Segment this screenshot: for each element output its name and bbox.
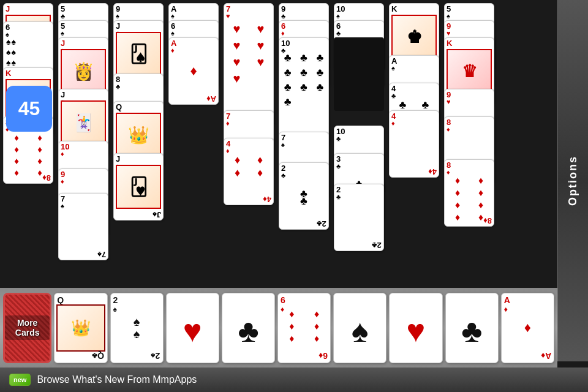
- card-ad[interactable]: A♦ ♦ A♦: [168, 37, 219, 105]
- card-j-c3[interactable]: J♠ 🂻 J♠: [113, 153, 164, 221]
- tray-card-6d[interactable]: 6♦ ♦♦♦♦♦♦ 6♦: [277, 293, 331, 363]
- tray-card-heart-2[interactable]: ♥: [389, 293, 442, 363]
- bottom-tray: More Cards Q♣ 👑 Q♣ 2♠ ♠ ♠ 2♠ ♥ ♣ 6♦ ♦♦♦♦…: [0, 288, 557, 368]
- score-badge: 45: [6, 86, 52, 132]
- tray-card-club-2[interactable]: ♣: [445, 293, 499, 363]
- card-7h[interactable]: 7♥ ♥♥♥♥♥♥♥ 7♥: [224, 3, 274, 126]
- card-column-7: 10♠ 10♠ 6♣ 6♣ 10♣ 10♣ 3♣ ♣ 3♣ 2♣ 2♣: [334, 3, 386, 260]
- tray-card-spade[interactable]: ♠: [333, 293, 386, 363]
- card-column-3: 9♠ 9♠ J♣ 🂫 J♣ 8♣ 8♣ Q♠ 👑 Q♠ J♠ 🂻 J♠: [113, 3, 165, 260]
- card-column-4: A♠ ♠ A♠ 6♠ 6♠ A♦ ♦ A♦: [168, 3, 221, 260]
- game-area: J♥ 👑 J♥ 6♠ ♠♠♠♠♠♠ 6♠ K♦ ♚ K♦ 8♦ ♦♦♦♦♦♦♦♦…: [0, 0, 557, 263]
- tray-card-2s[interactable]: 2♠ ♠ ♠ 2♠: [110, 293, 164, 363]
- card-7s-2[interactable]: 7♠ 7♠: [58, 193, 108, 260]
- banner-text: Browse What's New From MmpApps: [37, 374, 197, 385]
- bottom-banner[interactable]: new Browse What's New From MmpApps: [0, 368, 588, 392]
- tray-card-heart[interactable]: ♥: [166, 293, 219, 363]
- new-badge: new: [9, 374, 31, 386]
- card-column-2: 5♣ ♣♣♣♣♣ 5♣ 5♠ 5♠ J♦ 👸 J♦ J♣ 🃏 J♣ 10♦ 10…: [58, 3, 110, 260]
- card-4d[interactable]: 4♦ ♦♦♦♦ 4♦: [224, 138, 274, 205]
- card-column-6: 9♣ 9♣ 6♦ 6♦ 10♣ ♣♣♣♣♣♣♣♣♣♣ 10♣ 7♠ 7♠ 2♣ …: [279, 3, 331, 260]
- tray-card-qc[interactable]: Q♣ 👑 Q♣: [54, 293, 107, 363]
- card-10c[interactable]: 10♣ ♣♣♣♣♣♣♣♣♣♣ 10♣: [279, 37, 329, 148]
- tray-card-ad[interactable]: A♦ ♦ A♦: [501, 293, 554, 363]
- card-2c[interactable]: 2♣ ♣ ♣ 2♣: [279, 162, 329, 230]
- card-column-9: 5♠ 5♠ 9♥ 9♥ K♥ ♛ K♥ 9♥ 9♥ 8♦ 8♦ 8♦ ♦♦♦♦♦…: [444, 3, 496, 260]
- card-column-5: 7♥ ♥♥♥♥♥♥♥ 7♥ 7♦ 7♦ 4♦ ♦♦♦♦ 4♦: [224, 3, 276, 260]
- more-cards-button[interactable]: More Cards: [3, 293, 51, 363]
- card-8d-c9[interactable]: 8♦ ♦♦♦♦♦♦♦♦ 8♦: [444, 159, 494, 227]
- empty-space: [334, 37, 384, 111]
- options-button[interactable]: Options: [557, 0, 588, 361]
- card-2s[interactable]: 2♣ 2♣: [334, 184, 384, 251]
- card-column-8: K♠ ♚ K♠ A♠ ♠ A♠ 4♣ ♣♣♣♣ 4♣ 4♦ 4♦: [389, 3, 441, 260]
- tray-card-club[interactable]: ♣: [222, 293, 275, 363]
- card-4d-c8[interactable]: 4♦ 4♦: [389, 110, 439, 178]
- card-column-1: J♥ 👑 J♥ 6♠ ♠♠♠♠♠♠ 6♠ K♦ ♚ K♦ 8♦ ♦♦♦♦♦♦♦♦…: [3, 3, 55, 260]
